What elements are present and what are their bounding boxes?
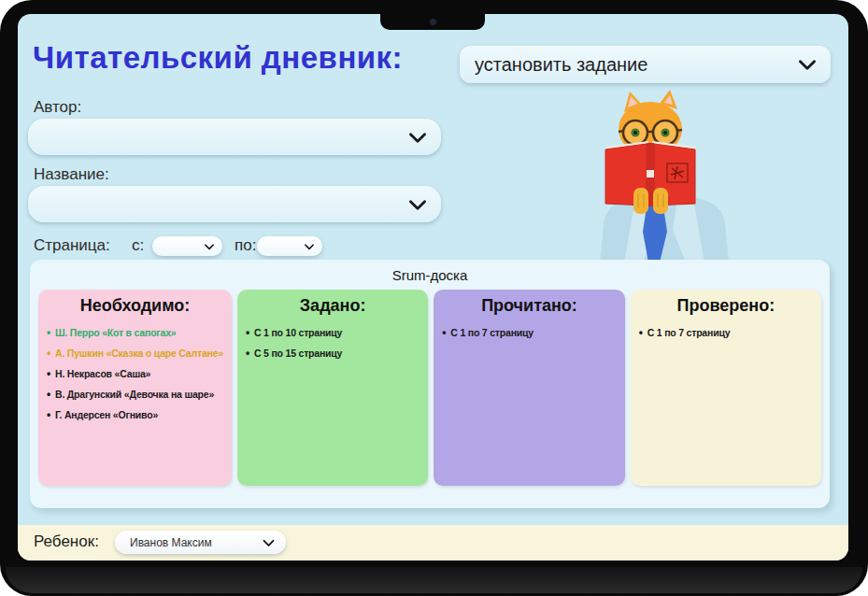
board-column-header: Прочитано: <box>442 296 616 316</box>
scrum-board: Srum-доска Необходимо:•Ш. Перро «Кот в с… <box>30 260 830 508</box>
bullet-icon: • <box>47 368 50 379</box>
board-card[interactable]: •Н. Некрасов «Саша» <box>47 368 223 380</box>
bullet-icon: • <box>246 348 249 359</box>
task-select-value: установить задание <box>460 54 647 76</box>
board-card[interactable]: •С 1 по 7 страницу <box>442 327 616 339</box>
board-card-text: С 1 по 7 страницу <box>450 327 534 339</box>
page-label: Страница: <box>34 236 110 255</box>
bullet-icon: • <box>47 389 50 400</box>
bullet-icon: • <box>442 327 446 338</box>
bullet-icon: • <box>246 327 249 338</box>
bullet-icon: • <box>47 348 50 359</box>
chevron-down-icon <box>303 240 316 253</box>
child-select-value: Иванов Максим <box>115 536 212 549</box>
board-columns: Необходимо:•Ш. Перро «Кот в сапогах»•А. … <box>38 290 821 486</box>
camera-icon <box>430 19 436 25</box>
board-card[interactable]: •Г. Андерсен «Огниво» <box>47 409 223 421</box>
board-card[interactable]: •С 1 по 10 страницу <box>246 327 420 339</box>
board-card-text: С 1 по 10 страницу <box>254 327 342 339</box>
author-select[interactable] <box>28 119 441 155</box>
board-card-text: А. Пушкин «Сказка о царе Салтане» <box>55 348 223 360</box>
app-screen: Читательский дневник: установить задание… <box>18 14 848 561</box>
chevron-down-icon <box>795 52 819 77</box>
task-select[interactable]: установить задание <box>460 46 831 83</box>
board-column-header: Проверено: <box>639 296 813 316</box>
scrum-board-title: Srum-доска <box>30 267 830 283</box>
board-card-text: С 1 по 7 страницу <box>647 327 731 339</box>
board-card-text: В. Драгунский «Девочка на шаре» <box>55 389 214 401</box>
board-card[interactable]: •А. Пушкин «Сказка о царе Салтане» <box>47 348 223 360</box>
board-card-text: Н. Некрасов «Саша» <box>55 368 150 380</box>
child-label: Ребенок: <box>34 532 99 551</box>
camera-notch <box>380 14 485 30</box>
board-column-header: Необходимо: <box>47 296 223 316</box>
chevron-down-icon <box>203 240 216 253</box>
board-card[interactable]: •С 1 по 7 страницу <box>639 327 813 339</box>
board-card-text: Г. Андерсен «Огниво» <box>55 409 158 421</box>
footer-bar: Ребенок: Иванов Максим <box>18 525 848 561</box>
cat-reading-illustration <box>581 90 749 263</box>
bullet-icon: • <box>639 327 643 338</box>
board-column: Проверено:•С 1 по 7 страницу <box>631 290 821 486</box>
chevron-down-icon <box>261 534 277 550</box>
page-title: Читательский дневник: <box>33 40 403 76</box>
book-title-label: Название: <box>34 165 109 184</box>
board-column: Задано:•С 1 по 10 страницу•С 5 по 15 стр… <box>237 290 428 486</box>
tablet-chin <box>6 567 862 593</box>
board-column: Прочитано:•С 1 по 7 страницу <box>434 290 624 486</box>
page-from-select[interactable] <box>152 236 222 256</box>
chevron-down-icon <box>406 125 430 149</box>
board-card-text: С 5 по 15 страницу <box>254 348 342 360</box>
board-card-text: Ш. Перро «Кот в сапогах» <box>55 327 176 339</box>
author-label: Автор: <box>34 98 81 117</box>
page-to-select[interactable] <box>257 236 322 256</box>
board-card[interactable]: •С 5 по 15 страницу <box>246 348 420 360</box>
bullet-icon: • <box>47 327 50 338</box>
child-select[interactable]: Иванов Максим <box>115 531 286 554</box>
page-to-label: по: <box>235 236 256 255</box>
bullet-icon: • <box>47 409 50 420</box>
page-from-label: с: <box>132 236 144 255</box>
board-card[interactable]: •В. Драгунский «Девочка на шаре» <box>47 389 223 401</box>
book-title-select[interactable] <box>28 186 441 222</box>
board-column-header: Задано: <box>246 296 420 316</box>
board-card[interactable]: •Ш. Перро «Кот в сапогах» <box>47 327 223 339</box>
chevron-down-icon <box>406 192 430 217</box>
board-column: Необходимо:•Ш. Перро «Кот в сапогах»•А. … <box>38 290 232 486</box>
tablet-frame: Читательский дневник: установить задание… <box>0 0 868 596</box>
